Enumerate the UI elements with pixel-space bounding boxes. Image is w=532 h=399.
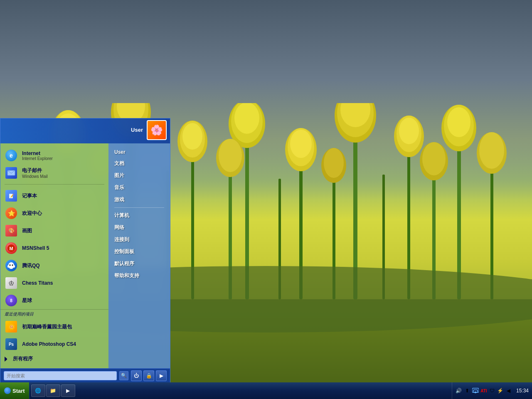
- system-tray: 🔊 ⬆ ATI 🛡 ⚡ ◀ 15:34: [452, 382, 532, 399]
- tray-icon-arrow-expand[interactable]: ◀: [505, 387, 512, 394]
- taskbar: Start 🌐 📁 ▶ 🔊 ⬆: [0, 382, 532, 399]
- start-menu-body: e Internet Internet Explorer: [0, 143, 170, 368]
- msnshell-icon-container: M: [5, 241, 18, 255]
- mail-subtitle: Windows Mail: [22, 174, 48, 179]
- mail-icon-graphic: [5, 167, 17, 179]
- right-item-games-label: 游戏: [114, 196, 124, 203]
- chess-icon-graphic: ♔: [5, 277, 17, 289]
- qq-icon-container: [5, 259, 18, 272]
- search-input[interactable]: [4, 371, 117, 380]
- tray-icon-network[interactable]: [472, 387, 479, 394]
- right-item-pictures-label: 图片: [114, 172, 124, 179]
- quick-launch-ie[interactable]: 🌐: [31, 384, 45, 397]
- right-item-user[interactable]: User: [108, 147, 170, 158]
- right-item-help-label: 帮助和支持: [114, 272, 139, 279]
- ie-subtitle: Internet Explorer: [22, 156, 53, 161]
- menu-item-chess-titans[interactable]: ♔ Chess Titans: [0, 274, 108, 292]
- power-button[interactable]: ⏻: [131, 370, 142, 381]
- start-menu-search-bar: 🔍 ⏻ 🔒 ▶: [0, 368, 170, 382]
- billiards-icon-graphic: 8: [5, 295, 17, 306]
- taskbar-quick-launch: 🌐 📁 ▶: [30, 382, 452, 399]
- welcome-title: 欢迎中心: [22, 210, 42, 217]
- right-item-default-programs[interactable]: 默认程序: [108, 258, 170, 270]
- right-item-control-panel-label: 控制面板: [114, 248, 134, 255]
- right-item-music[interactable]: 音乐: [108, 182, 170, 194]
- menu-item-photoshop[interactable]: Ps Adobe Photoshop CS4: [0, 335, 108, 353]
- right-item-network[interactable]: 网络: [108, 222, 170, 234]
- pinned-divider: [5, 184, 104, 185]
- ie-text: Internet Internet Explorer: [22, 150, 53, 161]
- all-programs-label: 所有程序: [13, 355, 33, 362]
- right-item-connect[interactable]: 连接到: [108, 234, 170, 246]
- ie-quick-icon: 🌐: [35, 387, 42, 394]
- right-item-control-panel[interactable]: 控制面板: [108, 246, 170, 258]
- billiards-title: 星球: [22, 297, 32, 304]
- avatar-icon: 🌸: [150, 124, 163, 136]
- system-clock: 15:34: [514, 388, 529, 394]
- menu-item-notepad[interactable]: 📝 记事本: [0, 187, 108, 204]
- qq-title: 腾讯QQ: [22, 262, 40, 269]
- search-button[interactable]: 🔍: [119, 371, 128, 380]
- chess-titans-title: Chess Titans: [22, 280, 53, 286]
- start-orb-icon: [4, 387, 11, 394]
- notepad-title: 记事本: [22, 192, 37, 200]
- svg-point-60: [12, 264, 13, 266]
- mail-text: 电子邮件 Windows Mail: [22, 167, 48, 179]
- quick-launch-media[interactable]: ▶: [61, 384, 75, 397]
- recently-used-label: 最近使用的项目: [0, 309, 108, 318]
- start-menu-right: User 文档 图片 音乐 游戏 计算机: [108, 143, 170, 368]
- menu-item-billiards[interactable]: 8 星球: [0, 292, 108, 309]
- user-avatar: 🌸: [147, 120, 167, 140]
- ps-icon-graphic: Ps: [5, 338, 17, 350]
- tray-icon-ati[interactable]: ATI: [480, 387, 487, 394]
- menu-item-windows-mail[interactable]: 电子邮件 Windows Mail: [0, 164, 108, 182]
- tray-icon-1[interactable]: 🔊: [456, 387, 462, 394]
- theme-icon-graphic: 🌼: [5, 321, 17, 332]
- power-buttons-group: ⏻ 🔒 ▶: [131, 370, 167, 381]
- menu-item-msnshell[interactable]: M MSNShell 5: [0, 239, 108, 257]
- quick-launch-folder[interactable]: 📁: [46, 384, 60, 397]
- svg-point-58: [8, 262, 14, 269]
- arrow-button[interactable]: ▶: [156, 370, 167, 381]
- paint-icon-container: 🎨: [5, 224, 18, 237]
- qq-icon-graphic: [5, 260, 17, 271]
- menu-item-theme[interactable]: 🌼 初期巅峰香薰园主题包: [0, 318, 108, 335]
- menu-item-paint[interactable]: 🎨 画图: [0, 222, 108, 239]
- tray-icon-2[interactable]: ⬆: [464, 387, 470, 394]
- right-divider-1: [114, 207, 164, 208]
- right-item-connect-label: 连接到: [114, 236, 129, 243]
- right-item-computer-label: 计算机: [114, 212, 129, 219]
- notepad-icon-container: 📝: [5, 189, 18, 202]
- lock-button[interactable]: 🔒: [143, 370, 154, 381]
- chess-icon-container: ♔: [5, 276, 18, 290]
- username: User: [131, 127, 143, 133]
- tray-icon-shield[interactable]: 🛡: [489, 387, 495, 394]
- menu-item-internet-explorer[interactable]: e Internet Internet Explorer: [0, 147, 108, 164]
- msnshell-icon-graphic: M: [5, 242, 17, 254]
- start-button[interactable]: Start: [0, 382, 30, 399]
- msnshell-title: MSNShell 5: [22, 245, 49, 251]
- right-item-computer[interactable]: 计算机: [108, 209, 170, 222]
- right-item-help[interactable]: 帮助和支持: [108, 270, 170, 282]
- right-item-pictures[interactable]: 图片: [108, 170, 170, 182]
- ie-icon: e: [5, 149, 18, 162]
- theme-title: 初期巅峰香薰园主题包: [22, 323, 72, 330]
- right-item-games[interactable]: 游戏: [108, 194, 170, 206]
- photoshop-title: Adobe Photoshop CS4: [22, 341, 76, 347]
- mail-title: 电子邮件: [22, 167, 48, 174]
- start-menu-left: e Internet Internet Explorer: [0, 143, 108, 368]
- welcome-icon-graphic: ⭐: [5, 207, 17, 219]
- paint-icon-graphic: 🎨: [5, 225, 17, 236]
- desktop: User 🌸 e Internet Internet Explorer: [0, 0, 532, 399]
- tray-icon-power[interactable]: ⚡: [497, 387, 504, 394]
- right-item-documents-label: 文档: [114, 160, 124, 167]
- right-item-documents[interactable]: 文档: [108, 158, 170, 170]
- welcome-icon-container: ⭐: [5, 207, 18, 220]
- all-programs-button[interactable]: 所有程序: [0, 353, 108, 365]
- media-quick-icon: ▶: [65, 387, 71, 394]
- svg-point-62: [13, 265, 15, 268]
- right-item-music-label: 音乐: [114, 184, 124, 191]
- theme-icon-container: 🌼: [5, 320, 18, 333]
- menu-item-qq[interactable]: 腾讯QQ: [0, 257, 108, 274]
- menu-item-welcome[interactable]: ⭐ 欢迎中心: [0, 204, 108, 222]
